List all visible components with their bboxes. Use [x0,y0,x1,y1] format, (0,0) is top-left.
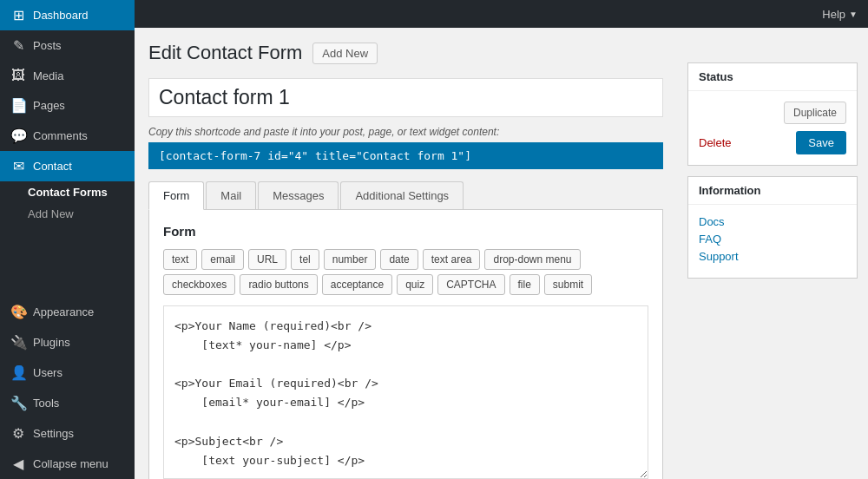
shortcode-box[interactable]: [contact-form-7 id="4" title="Contact fo… [148,142,663,169]
sidebar-item-plugins[interactable]: 🔌 Plugins [0,327,135,358]
posts-icon: ✎ [10,37,26,54]
sidebar-item-label: Tools [33,397,59,410]
tag-button-file[interactable]: file [510,274,540,295]
tab-additional-settings[interactable]: Additional Settings [340,181,464,209]
form-panel-title: Form [163,224,648,239]
sidebar-item-label: Posts [33,39,62,52]
media-icon: 🖼 [10,68,26,83]
tab-form[interactable]: Form [148,181,204,210]
page-title: Edit Contact Form [148,42,302,64]
sidebar-item-users[interactable]: 👤 Users [0,358,135,388]
collapse-label: Collapse menu [33,457,108,470]
add-new-label: Add New [28,207,74,220]
tag-button-number[interactable]: number [324,249,377,270]
info-link-docs[interactable]: Docs [699,215,846,228]
center-column: Edit Contact Form Add New Copy this shor… [135,28,677,479]
add-new-button[interactable]: Add New [312,43,378,64]
sidebar-item-label: Users [33,366,62,379]
appearance-icon: 🎨 [10,304,26,320]
sidebar-item-contact[interactable]: ✉ Contact [0,151,135,181]
chevron-down-icon: ▼ [849,10,858,19]
tag-button-tel[interactable]: tel [291,249,319,270]
sidebar-sub-contact-forms[interactable]: Contact Forms [0,181,135,203]
main-content: Help ▼ Edit Contact Form Add New Copy th… [135,0,868,479]
tab-bar: Form Mail Messages Additional Settings [148,181,663,210]
sidebar-item-dashboard[interactable]: ⊞ Dashboard [0,0,135,30]
tag-button-submit[interactable]: submit [544,274,592,295]
comments-icon: 💬 [10,128,26,144]
form-panel: Form textemailURLtelnumberdatetext aread… [148,210,663,479]
tag-button-checkboxes[interactable]: checkboxes [163,274,235,295]
settings-icon: ⚙ [10,425,26,442]
sidebar-item-label: Dashboard [33,9,89,22]
information-box: Information DocsFAQSupport [687,176,858,279]
tag-button-email[interactable]: email [201,249,244,270]
help-label: Help [822,8,845,21]
tag-button-captcha[interactable]: CAPTCHA [437,274,504,295]
plugins-icon: 🔌 [10,334,26,351]
tools-icon: 🔧 [10,395,26,411]
status-box-title: Status [688,63,857,91]
sidebar-sub-add-new[interactable]: Add New [0,203,135,225]
status-actions: Delete Save [699,131,846,154]
sidebar-item-settings[interactable]: ⚙ Settings [0,418,135,449]
sidebar-item-appearance[interactable]: 🎨 Appearance [0,297,135,327]
status-box-body: Duplicate Delete Save [688,91,857,165]
pages-icon: 📄 [10,97,26,114]
tag-button-drop-down-menu[interactable]: drop-down menu [484,249,580,270]
sidebar-item-label: Media [33,69,63,82]
tag-button-radio-buttons[interactable]: radio buttons [240,274,317,295]
content-area: Edit Contact Form Add New Copy this shor… [135,28,868,479]
tag-button-text[interactable]: text [163,249,197,270]
information-box-title: Information [688,177,857,205]
sidebar-item-posts[interactable]: ✎ Posts [0,30,135,61]
code-editor[interactable] [163,305,648,479]
users-icon: 👤 [10,364,26,381]
topbar: Help ▼ [135,0,868,28]
sidebar: ⊞ Dashboard ✎ Posts 🖼 Media 📄 Pages 💬 Co… [0,0,135,479]
tag-buttons-container: textemailURLtelnumberdatetext areadrop-d… [163,249,648,295]
tag-button-date[interactable]: date [380,249,418,270]
information-box-body: DocsFAQSupport [688,205,857,278]
duplicate-button[interactable]: Duplicate [784,102,846,124]
status-box: Status Duplicate Delete Save [687,62,858,166]
form-title-input[interactable] [148,78,663,117]
sidebar-item-label: Plugins [33,336,70,349]
sidebar-item-label: Appearance [33,305,94,318]
right-sidebar: Status Duplicate Delete Save Information… [677,28,868,479]
tag-button-acceptance[interactable]: acceptance [322,274,392,295]
contact-forms-label: Contact Forms [28,186,108,199]
page-header: Edit Contact Form Add New [148,42,663,64]
tag-button-quiz[interactable]: quiz [397,274,433,295]
sidebar-item-comments[interactable]: 💬 Comments [0,121,135,151]
tag-button-url[interactable]: URL [248,249,286,270]
info-link-faq[interactable]: FAQ [699,233,846,246]
sidebar-item-media[interactable]: 🖼 Media [0,61,135,90]
sidebar-item-tools[interactable]: 🔧 Tools [0,388,135,418]
sidebar-item-label: Contact [33,160,72,173]
save-button[interactable]: Save [796,131,846,154]
sidebar-item-pages[interactable]: 📄 Pages [0,90,135,121]
tab-messages[interactable]: Messages [258,181,339,209]
contact-icon: ✉ [10,158,26,174]
sidebar-item-label: Comments [33,129,88,142]
sidebar-item-label: Settings [33,427,74,440]
delete-link[interactable]: Delete [699,136,732,149]
sidebar-item-collapse[interactable]: ◀ Collapse menu [0,449,135,479]
shortcode-label: Copy this shortcode and paste it into yo… [148,126,663,138]
info-link-support[interactable]: Support [699,250,846,263]
tab-mail[interactable]: Mail [206,181,256,209]
help-button[interactable]: Help ▼ [822,8,858,21]
collapse-icon: ◀ [10,456,26,472]
dashboard-icon: ⊞ [10,7,26,23]
tag-button-text-area[interactable]: text area [423,249,481,270]
sidebar-item-label: Pages [33,99,65,112]
